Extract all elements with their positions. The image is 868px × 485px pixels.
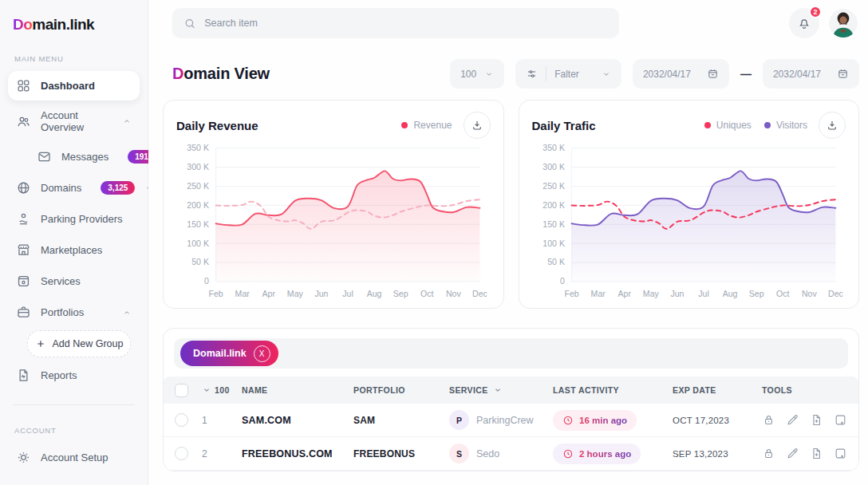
date-from-picker[interactable]: 2032/04/17 [633, 59, 729, 89]
last-activity-pill: 16 min ago [553, 410, 637, 431]
remove-filter-icon[interactable]: X [254, 345, 270, 362]
svg-text:Mar: Mar [590, 289, 606, 298]
note-add-icon[interactable] [834, 447, 847, 460]
users-icon [16, 114, 31, 129]
sidebar: Domain.link MAIN MENU Dashboard Account … [0, 0, 148, 485]
daily-revenue-card: Daily Revenue Revenue 350 K300 K250 K200… [163, 100, 504, 309]
svg-text:200 K: 200 K [187, 200, 209, 210]
last-activity-pill: 2 hours ago [553, 444, 641, 464]
search-input[interactable] [204, 18, 608, 29]
column-header-last-activity[interactable]: LAST ACTIVITY [553, 385, 673, 395]
svg-text:Feb: Feb [564, 289, 578, 298]
sidebar-item-portfolios[interactable]: Portfolios [8, 298, 140, 327]
chart-title: Daily Trafic [532, 119, 596, 132]
sidebar-item-marketplaces[interactable]: Marketplaces [8, 235, 140, 265]
legend-dot [704, 122, 711, 128]
notifications-button[interactable]: 2 [789, 8, 819, 38]
add-new-group-button[interactable]: Add New Group [27, 330, 131, 357]
sidebar-item-report-a-bug[interactable]: Report a Bug [8, 474, 140, 485]
page-title: Domain View [172, 65, 270, 83]
domain-name[interactable]: FREEBONUS.COM [242, 448, 353, 459]
svg-text:Jun: Jun [670, 289, 684, 298]
legend-label: Revenue [413, 120, 452, 131]
daily-trafic-chart: 350 K300 K250 K200 K150 K100 K50 K0FebMa… [532, 142, 846, 302]
select-all-checkbox[interactable] [175, 384, 188, 397]
active-filters-bar: Domail.link X [174, 338, 848, 369]
notification-count-badge: 2 [809, 6, 822, 18]
svg-text:Oct: Oct [420, 289, 433, 298]
page-header: Domain View 100 Falter 2032/04/17 — [172, 59, 859, 89]
file-add-icon[interactable] [810, 447, 823, 460]
row-checkbox[interactable] [175, 413, 188, 427]
svg-text:Dec: Dec [828, 289, 843, 298]
domain-filter-chip[interactable]: Domail.link X [180, 341, 278, 366]
svg-text:300 K: 300 K [187, 162, 209, 172]
column-header-name[interactable]: NAME [242, 385, 353, 395]
sidebar-item-label: Marketplaces [41, 244, 102, 256]
bug-icon [16, 481, 31, 485]
row-checkbox[interactable] [175, 447, 188, 460]
svg-text:Jul: Jul [698, 289, 709, 298]
user-avatar[interactable] [829, 9, 858, 37]
service-name: ParkingCrew [476, 415, 534, 426]
service-initial-badge: S [449, 444, 469, 463]
svg-text:150 K: 150 K [542, 219, 565, 229]
svg-text:100 K: 100 K [542, 239, 565, 248]
page-size-select[interactable]: 100 [450, 59, 504, 89]
last-activity-cell: 2 hours ago [553, 444, 673, 464]
content: Domain View 100 Falter 2032/04/17 — [148, 45, 868, 471]
svg-text:250 K: 250 K [542, 181, 565, 191]
note-add-icon[interactable] [834, 413, 847, 427]
sliders-icon [526, 68, 538, 80]
legend-dot [401, 122, 408, 128]
row-number: 2 [202, 448, 242, 459]
bell-icon [797, 16, 811, 30]
column-header-exp-date[interactable]: EXP DATE [673, 385, 762, 395]
select-count[interactable]: 100 [202, 385, 242, 395]
sidebar-item-dashboard[interactable]: Dashboard [8, 71, 140, 101]
chevron-up-icon[interactable] [122, 308, 132, 317]
column-header-service[interactable]: SERVICE [449, 385, 553, 395]
portfolio-name: SAM [353, 415, 449, 426]
last-activity-text: 2 hours ago [579, 449, 631, 459]
sidebar-divider [13, 404, 135, 405]
legend-label: Visitors [776, 120, 807, 131]
sidebar-item-services[interactable]: Services [8, 266, 140, 296]
svg-text:Sep: Sep [393, 289, 408, 298]
chevron-down-icon [484, 69, 494, 79]
sidebar-item-account-overview[interactable]: Account Overview [8, 102, 140, 140]
report-file-icon [16, 368, 31, 383]
sidebar-item-parking-providers[interactable]: Parking Providers [8, 204, 140, 234]
svg-text:50 K: 50 K [191, 257, 209, 266]
sidebar-item-messages[interactable]: Messages 19135 [8, 142, 140, 172]
file-add-icon[interactable] [810, 413, 823, 427]
download-chart-button[interactable] [819, 112, 846, 139]
date-to-picker[interactable]: 2032/04/17 [763, 59, 859, 89]
download-chart-button[interactable] [464, 112, 491, 139]
edit-icon[interactable] [786, 447, 799, 460]
chart-legend: Revenue [401, 120, 452, 131]
column-header-portfolio[interactable]: PORTFOLIO [353, 385, 449, 395]
svg-text:May: May [642, 289, 659, 298]
download-icon [471, 119, 483, 132]
edit-icon[interactable] [786, 413, 799, 427]
filter-dropdown[interactable]: Falter [515, 59, 621, 89]
chevron-up-icon[interactable] [122, 116, 132, 126]
sidebar-item-label: Account Overview [41, 109, 103, 133]
sidebar-item-label: Account Setup [41, 451, 108, 463]
svg-text:Jul: Jul [342, 289, 353, 298]
sidebar-item-domains[interactable]: Domains 3,125 [8, 173, 140, 203]
calendar-icon [837, 68, 849, 80]
dashboard-grid-icon [16, 78, 31, 93]
svg-text:Nov: Nov [446, 289, 462, 298]
sidebar-item-account-setup[interactable]: Account Setup [8, 443, 140, 472]
lock-icon[interactable] [762, 413, 775, 427]
search-bar[interactable] [172, 8, 619, 38]
daily-trafic-card: Daily Trafic Uniques Visitors [519, 100, 860, 309]
svg-text:300 K: 300 K [542, 162, 565, 172]
lock-icon[interactable] [762, 447, 775, 460]
sidebar-item-reports[interactable]: Reports [8, 361, 140, 390]
svg-text:Apr: Apr [262, 289, 276, 298]
globe-icon [16, 180, 31, 195]
domain-name[interactable]: SAM.COM [242, 415, 353, 426]
